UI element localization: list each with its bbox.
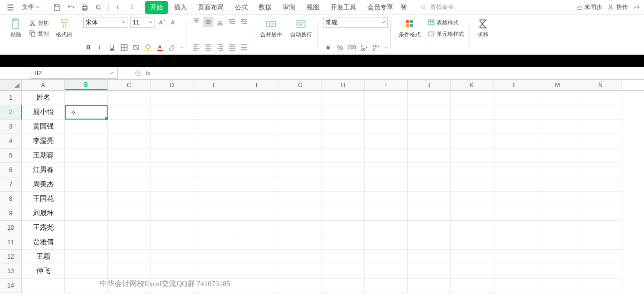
cell-E5[interactable] — [193, 149, 236, 163]
cell-G10[interactable] — [279, 221, 322, 235]
cell-B6[interactable] — [65, 163, 108, 177]
cell-M1[interactable] — [536, 91, 579, 105]
row-header[interactable]: 3 — [0, 120, 22, 134]
cell-C6[interactable] — [108, 163, 151, 177]
cell-A2[interactable]: 屈小怡 — [22, 105, 65, 120]
cell-L12[interactable] — [493, 250, 536, 264]
row-header[interactable]: 11 — [0, 235, 22, 250]
cell-I6[interactable] — [365, 163, 408, 177]
cell-M14[interactable] — [536, 279, 579, 293]
cell-I2[interactable] — [365, 105, 408, 120]
cell-C3[interactable] — [108, 120, 151, 134]
cell-E6[interactable] — [193, 163, 236, 177]
cell-I14[interactable] — [365, 279, 408, 293]
percent-button[interactable]: % — [335, 42, 345, 52]
cell-G13[interactable] — [279, 264, 322, 279]
cell-C4[interactable] — [108, 134, 151, 149]
cell-J14[interactable] — [408, 279, 451, 293]
cell-N12[interactable] — [579, 250, 622, 264]
cell-C5[interactable] — [108, 149, 151, 163]
cell-F3[interactable] — [236, 120, 279, 134]
cell-D12[interactable] — [151, 250, 193, 264]
cell-L14[interactable] — [493, 279, 536, 293]
align-center-button[interactable] — [203, 42, 213, 52]
col-header-H[interactable]: H — [322, 80, 365, 90]
table-style-button[interactable]: 表格样式 — [426, 18, 466, 27]
cell-M9[interactable] — [536, 206, 579, 221]
cell-L9[interactable] — [493, 206, 536, 221]
select-all-corner[interactable] — [0, 80, 22, 90]
cond-format-button[interactable]: 条件格式 — [396, 17, 424, 39]
cell-E9[interactable] — [193, 206, 236, 221]
row-header[interactable]: 14 — [0, 279, 22, 293]
cell-A8[interactable]: 王国花 — [22, 192, 65, 206]
cell-N2[interactable] — [579, 105, 622, 120]
cell-N8[interactable] — [579, 192, 622, 206]
cell-H5[interactable] — [322, 149, 365, 163]
cell-F8[interactable] — [236, 192, 279, 206]
cell-F9[interactable] — [236, 206, 279, 221]
cell-F14[interactable] — [236, 279, 279, 293]
cell-E7[interactable] — [193, 177, 236, 192]
cell-K5[interactable] — [451, 149, 493, 163]
cell-H8[interactable] — [322, 192, 365, 206]
decrease-font-button[interactable]: A- — [169, 17, 179, 27]
save-icon[interactable] — [50, 1, 63, 14]
cell-J12[interactable] — [408, 250, 451, 264]
cell-N1[interactable] — [579, 91, 622, 105]
col-header-K[interactable]: K — [451, 80, 493, 90]
cell-B1[interactable] — [65, 91, 108, 105]
cell-C9[interactable] — [108, 206, 151, 221]
tab-formula[interactable]: 公式 — [230, 1, 253, 14]
cell-D2[interactable] — [151, 105, 193, 120]
cell-C14[interactable] — [108, 279, 151, 293]
cell-N4[interactable] — [579, 134, 622, 149]
cell-G4[interactable] — [279, 134, 322, 149]
unsync-button[interactable]: 未同步 — [575, 3, 602, 11]
cell-E11[interactable] — [193, 235, 236, 250]
cell-D8[interactable] — [151, 192, 193, 206]
distribute-button[interactable] — [239, 42, 249, 52]
cell-M13[interactable] — [536, 264, 579, 279]
cell-H3[interactable] — [322, 120, 365, 134]
cell-C2[interactable] — [108, 105, 151, 120]
currency-button[interactable]: ¥ — [323, 42, 333, 52]
row-header[interactable]: 6 — [0, 163, 22, 177]
font-size-select[interactable]: 11 — [130, 17, 155, 28]
cell-K9[interactable] — [451, 206, 493, 221]
cell-A13[interactable]: 仲飞 — [22, 264, 65, 279]
cell-J9[interactable] — [408, 206, 451, 221]
cell-M12[interactable] — [536, 250, 579, 264]
share-button[interactable] — [633, 4, 640, 11]
cell-D10[interactable] — [151, 221, 193, 235]
cell-D9[interactable] — [151, 206, 193, 221]
cell-A6[interactable]: 江男春 — [22, 163, 65, 177]
cell-F11[interactable] — [236, 235, 279, 250]
cell-A9[interactable]: 刘晟坤 — [22, 206, 65, 221]
cell-B4[interactable] — [65, 134, 108, 149]
cell-G11[interactable] — [279, 235, 322, 250]
cell-D7[interactable] — [151, 177, 193, 192]
cell-C12[interactable] — [108, 250, 151, 264]
sum-button[interactable]: 求和 — [474, 17, 492, 39]
cell-N14[interactable] — [579, 279, 622, 293]
merge-center-button[interactable]: 合并居中 — [257, 17, 285, 39]
cell-E3[interactable] — [193, 120, 236, 134]
col-header-D[interactable]: D — [151, 80, 193, 90]
cell-J8[interactable] — [408, 192, 451, 206]
cell-D14[interactable] — [151, 279, 193, 293]
cell-B2[interactable]: ✧ — [65, 105, 108, 120]
number-dialog-launcher[interactable]: ⌐ — [385, 45, 387, 50]
cell-M10[interactable] — [536, 221, 579, 235]
row-header[interactable]: 7 — [0, 177, 22, 192]
cell-I4[interactable] — [365, 134, 408, 149]
col-header-L[interactable]: L — [493, 80, 536, 90]
cell-I8[interactable] — [365, 192, 408, 206]
cell-B8[interactable] — [65, 192, 108, 206]
font-dialog-launcher[interactable]: ⌐ — [181, 45, 183, 50]
fx-label[interactable]: fx — [146, 69, 151, 77]
tab-layout[interactable]: 页面布局 — [193, 1, 229, 14]
cell-L5[interactable] — [493, 149, 536, 163]
tab-start[interactable]: 开始 — [145, 1, 168, 14]
cell-K13[interactable] — [451, 264, 493, 279]
